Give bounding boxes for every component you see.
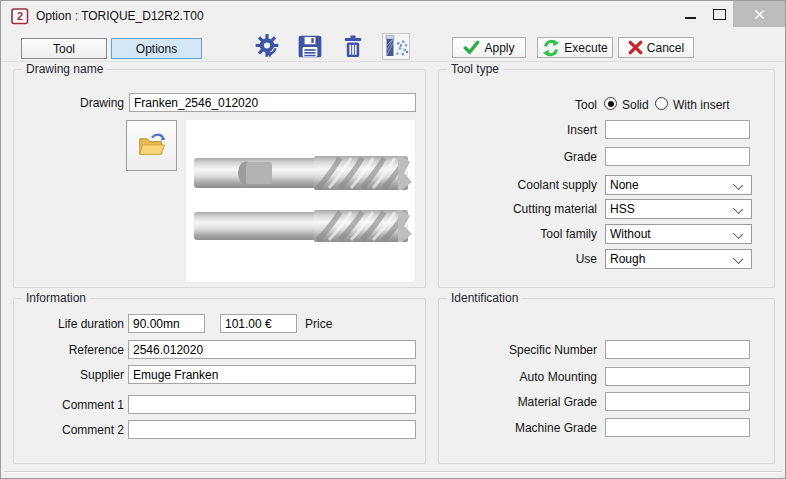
app-logo-icon: 2 bbox=[11, 7, 29, 25]
radio-solid[interactable] bbox=[604, 97, 617, 110]
close-icon bbox=[754, 9, 765, 20]
tab-tool[interactable]: Tool bbox=[21, 38, 107, 59]
identification-group: Identification Specific Number Auto Moun… bbox=[438, 298, 775, 464]
comment1-input[interactable] bbox=[128, 395, 416, 414]
comment2-label: Comment 2 bbox=[14, 423, 124, 437]
specific-number-input[interactable] bbox=[605, 340, 750, 359]
apply-label: Apply bbox=[484, 41, 514, 55]
refresh-arrows-icon bbox=[542, 39, 560, 57]
supplier-label: Supplier bbox=[14, 368, 124, 382]
use-label: Use bbox=[439, 252, 597, 266]
tool-radio-label: Tool bbox=[439, 98, 597, 112]
cutting-material-label: Cutting material bbox=[439, 202, 597, 216]
identification-group-label: Identification bbox=[447, 291, 522, 305]
execute-button[interactable]: Execute bbox=[537, 37, 613, 58]
reference-input[interactable] bbox=[128, 340, 416, 359]
insert-input[interactable] bbox=[605, 120, 750, 139]
chevron-down-icon bbox=[733, 204, 743, 214]
bottom-divider bbox=[4, 471, 782, 473]
save-icon bbox=[297, 34, 323, 59]
cutting-material-select[interactable]: HSS bbox=[605, 199, 752, 219]
save-button[interactable] bbox=[294, 32, 326, 60]
tool-type-group-label: Tool type bbox=[447, 62, 503, 76]
check-icon bbox=[463, 40, 480, 55]
information-group: Information Life duration Price Referenc… bbox=[13, 298, 426, 464]
drawing-label: Drawing bbox=[14, 96, 124, 110]
auto-mounting-label: Auto Mounting bbox=[439, 370, 597, 384]
folder-open-icon bbox=[137, 132, 167, 159]
tab-options[interactable]: Options bbox=[111, 38, 202, 59]
tool-chips-icon bbox=[382, 33, 410, 60]
trash-icon bbox=[341, 34, 365, 59]
material-grade-label: Material Grade bbox=[439, 395, 597, 409]
tool-family-value: Without bbox=[610, 227, 651, 241]
cancel-label: Cancel bbox=[647, 41, 684, 55]
chevron-down-icon bbox=[733, 229, 743, 239]
coolant-supply-value: None bbox=[610, 178, 639, 192]
maximize-icon bbox=[713, 9, 726, 20]
tab-options-label: Options bbox=[136, 42, 177, 56]
tool-family-select[interactable]: Without bbox=[605, 224, 752, 244]
supplier-input[interactable] bbox=[128, 365, 416, 384]
close-button[interactable] bbox=[733, 1, 785, 27]
radio-with-insert-label: With insert bbox=[673, 98, 730, 112]
settings-button[interactable] bbox=[251, 32, 283, 60]
use-value: Rough bbox=[610, 252, 645, 266]
radio-solid-label: Solid bbox=[622, 98, 649, 112]
coolant-supply-select[interactable]: None bbox=[605, 175, 752, 195]
window-title: Option : TORIQUE_D12R2.T00 bbox=[36, 9, 204, 23]
option-dialog: 2 Option : TORIQUE_D12R2.T00 Tool Option… bbox=[0, 0, 786, 479]
tool-family-label: Tool family bbox=[439, 227, 597, 241]
toolbar-divider bbox=[1, 61, 785, 62]
life-duration-label: Life duration bbox=[14, 317, 124, 331]
drawing-name-group: Drawing name Drawing bbox=[13, 69, 426, 288]
endmill-illustration bbox=[186, 120, 415, 282]
auto-mounting-input[interactable] bbox=[605, 367, 750, 386]
apply-button[interactable]: Apply bbox=[452, 37, 526, 58]
coolant-supply-label: Coolant supply bbox=[439, 178, 597, 192]
machine-grade-input[interactable] bbox=[605, 418, 750, 437]
specific-number-label: Specific Number bbox=[439, 343, 597, 357]
machine-grade-label: Machine Grade bbox=[439, 421, 597, 435]
chevron-down-icon bbox=[733, 180, 743, 190]
gear-refresh-icon bbox=[253, 33, 281, 59]
information-group-label: Information bbox=[22, 291, 90, 305]
svg-text:2: 2 bbox=[17, 10, 23, 22]
execute-label: Execute bbox=[564, 41, 607, 55]
title-bar[interactable]: 2 Option : TORIQUE_D12R2.T00 bbox=[1, 1, 785, 30]
grade-input[interactable] bbox=[605, 147, 750, 166]
drawing-name-group-label: Drawing name bbox=[22, 62, 107, 76]
cancel-button[interactable]: Cancel bbox=[618, 37, 694, 58]
simulation-button[interactable] bbox=[380, 32, 412, 60]
life-duration-input[interactable] bbox=[128, 314, 205, 333]
cutting-material-value: HSS bbox=[610, 202, 635, 216]
comment1-label: Comment 1 bbox=[14, 398, 124, 412]
reference-label: Reference bbox=[14, 343, 124, 357]
tool-preview-image bbox=[185, 119, 416, 283]
delete-button[interactable] bbox=[337, 32, 369, 60]
comment2-input[interactable] bbox=[128, 420, 416, 439]
chevron-down-icon bbox=[733, 254, 743, 264]
radio-with-insert[interactable] bbox=[655, 97, 668, 110]
minimize-button[interactable] bbox=[675, 1, 705, 27]
insert-label: Insert bbox=[439, 123, 597, 137]
x-icon bbox=[628, 40, 643, 55]
minimize-icon bbox=[685, 17, 696, 19]
drawing-input[interactable] bbox=[129, 93, 416, 112]
price-input[interactable] bbox=[220, 314, 297, 333]
browse-drawing-button[interactable] bbox=[126, 120, 177, 171]
grade-label: Grade bbox=[439, 150, 597, 164]
maximize-button[interactable] bbox=[705, 1, 733, 27]
tool-type-group: Tool type Tool Solid With insert Insert … bbox=[438, 69, 775, 288]
tab-tool-label: Tool bbox=[53, 42, 75, 56]
price-label: Price bbox=[305, 317, 332, 331]
material-grade-input[interactable] bbox=[605, 392, 750, 411]
use-select[interactable]: Rough bbox=[605, 249, 752, 269]
